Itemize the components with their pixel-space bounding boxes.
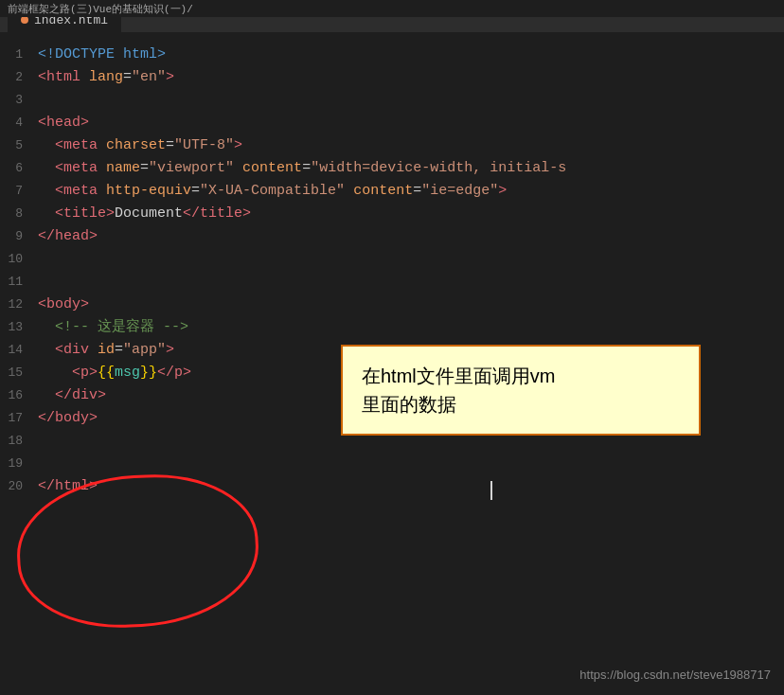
code-line-4: 4 <head> [0, 112, 784, 134]
code-line-6: 6 <meta name="viewport" content="width=d… [0, 157, 784, 180]
tab-modified-dot [21, 16, 28, 24]
tooltip-text: 在html文件里面调用vm里面的数据 [362, 365, 555, 415]
code-line-3: 3 [0, 89, 784, 112]
code-line-13: 13 <!-- 这是容器 --> [0, 316, 784, 339]
code-line-1: 1 <!DOCTYPE html> [0, 44, 784, 66]
tooltip-annotation: 在html文件里面调用vm里面的数据 [341, 345, 701, 436]
code-line-10: 10 [0, 248, 784, 271]
code-line-20: 20 </html> [0, 475, 784, 498]
code-editor[interactable]: 1 <!DOCTYPE html> 2 <html lang="en"> 3 4… [0, 32, 784, 695]
code-line-19: 19 [0, 453, 784, 475]
watermark: https://blog.csdn.net/steve1988717 [579, 668, 771, 682]
code-line-9: 9 </head> [0, 225, 784, 248]
code-line-2: 2 <html lang="en"> [0, 66, 784, 89]
text-cursor [490, 481, 492, 500]
code-line-8: 8 <title>Document</title> [0, 203, 784, 225]
code-line-11: 11 [0, 271, 784, 294]
code-line-12: 12 <body> [0, 294, 784, 316]
code-line-7: 7 <meta http-equiv="X-UA-Compatible" con… [0, 180, 784, 203]
code-line-5: 5 <meta charset="UTF-8"> [0, 134, 784, 157]
breadcrumb: 前端框架之路(三)Vue的基础知识(一)/ [0, 0, 784, 17]
tab-bar: 前端框架之路(三)Vue的基础知识(一)/ index.html [0, 0, 784, 32]
